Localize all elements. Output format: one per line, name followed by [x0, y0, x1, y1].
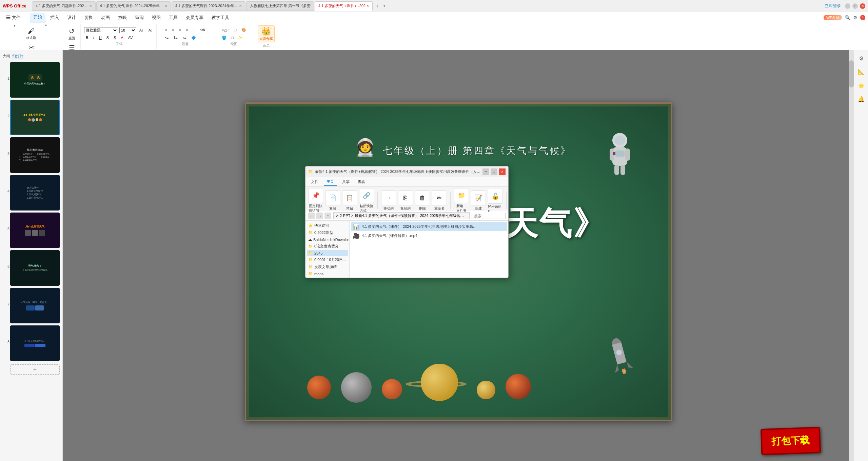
increase-font-button[interactable]: A↑: [138, 27, 145, 33]
tab-close-1[interactable]: ✕: [89, 4, 92, 8]
fe-tab-view[interactable]: 查看: [355, 178, 368, 186]
fe-pin-quick-button[interactable]: 📌: [308, 188, 323, 203]
fe-move-button[interactable]: →: [381, 191, 396, 205]
quick-styles-button[interactable]: 🎨: [240, 27, 248, 33]
right-sidebar-btn-2[interactable]: 📐: [856, 66, 867, 77]
bullet-button[interactable]: •≡: [163, 35, 170, 41]
font-size-select[interactable]: 18: [119, 27, 136, 33]
fe-new-folder-button[interactable]: 📁: [454, 188, 469, 203]
fe-sidebar-2022[interactable]: 📁 0.2022新型: [307, 229, 348, 236]
text-direction-button[interactable]: ⟲A: [198, 27, 207, 33]
scrollbar-thumb[interactable]: [849, 60, 854, 87]
fe-forward-button[interactable]: →: [316, 213, 323, 219]
shape-outline-button[interactable]: □: [230, 35, 235, 41]
font-family-select[interactable]: 微软雅黑: [84, 27, 118, 33]
numbering-button[interactable]: 1≡: [172, 35, 179, 41]
justify-button[interactable]: ≡: [184, 27, 190, 33]
slide-thumbnail-8[interactable]: 还可以运用其他方法...: [10, 325, 60, 361]
cut-button[interactable]: ✂ 剪切: [24, 42, 38, 50]
fe-maximize-button[interactable]: □: [491, 168, 497, 175]
fe-file-item-2[interactable]: 🎥 4.1 多变的天气（课件解答）.mp4: [351, 231, 507, 240]
new-slide-button[interactable]: ⬛ 新建幻灯片 ▾: [44, 23, 64, 26]
section-button[interactable]: ☰ 节 ▾: [65, 43, 78, 51]
fe-sidebar-fabiaowen[interactable]: 📁 发表文章加精: [307, 263, 348, 270]
line-spacing-button[interactable]: ↕≡: [181, 35, 188, 41]
align-center-button[interactable]: ≡: [170, 27, 176, 33]
layout-button[interactable]: ⊞ 版式 ▾: [65, 23, 78, 25]
fe-address-path[interactable]: ≻ 2-PPT > 最新4.1 多变的天气（课件+视频解答）-2024-2025…: [333, 212, 470, 219]
menu-teaching[interactable]: 教学工具: [208, 13, 233, 22]
slide-thumbnail-5[interactable]: 用什么形容天气: [10, 213, 60, 248]
fe-sidebar-0001[interactable]: 📁 0.0001-10月20日-3.4.5.6上.#: [307, 256, 348, 263]
wps-ai-button[interactable]: WPS AI: [824, 15, 842, 20]
align-left-button[interactable]: ≡: [163, 27, 169, 33]
title-tab-4[interactable]: 人教新版七上册第四章 第一节《多变... ✕: [246, 1, 314, 11]
menu-insert[interactable]: 插入: [47, 13, 62, 22]
right-sidebar-btn-4[interactable]: 🔔: [856, 94, 867, 104]
menu-view[interactable]: 视图: [149, 13, 164, 22]
shape-fill-button[interactable]: 🪣: [220, 35, 228, 41]
fe-rename-button[interactable]: ✏: [432, 191, 447, 205]
slide-thumbnail-3[interactable]: 核心素养目标 一、地理观念之一：知晓地球天气... 二、地图中的天气之一：知晓绿…: [10, 137, 60, 173]
shapes-button[interactable]: ○△□: [220, 27, 231, 33]
column-button[interactable]: ⫶: [191, 27, 197, 33]
menu-design[interactable]: 设计: [64, 13, 79, 22]
slide-thumbnail-6[interactable]: 天气概念： 一个地区短时间里的大气状况。: [10, 250, 60, 286]
menu-file[interactable]: ☰ 文件: [3, 13, 24, 22]
slide-thumbnail-1[interactable]: 说一说 昨天的天气怎么样？: [10, 62, 60, 98]
fe-copy-to-button[interactable]: ⎘: [398, 191, 413, 205]
fe-sidebar-xiace[interactable]: 📁 下册专著: [307, 277, 348, 278]
menu-review[interactable]: 审阅: [132, 13, 147, 22]
menu-tools[interactable]: 工具: [165, 13, 181, 22]
fe-new-button[interactable]: 📝: [471, 191, 486, 205]
title-tab-5[interactable]: 4.1 多变的天气（课件）-202 ×: [315, 1, 373, 11]
slide-thumbnail-4[interactable]: 史共达法一：1.分析天气状况2.天气对我们...3.其它天气对人: [10, 175, 60, 211]
align-right-button[interactable]: ≡: [177, 27, 183, 33]
fe-up-button[interactable]: ↑: [324, 213, 331, 219]
tab-close-2[interactable]: ✕: [165, 4, 167, 8]
fe-close-button[interactable]: ✕: [499, 168, 506, 175]
feedback-icon[interactable]: !: [860, 15, 865, 20]
minimize-button[interactable]: ─: [845, 3, 850, 9]
underline-button[interactable]: U: [97, 35, 103, 41]
fe-sidebar-quick-access[interactable]: ⭐ 快速访问: [307, 222, 348, 229]
fe-tab-file[interactable]: 文件: [308, 178, 321, 186]
shape-effect-button[interactable]: ✨: [236, 35, 244, 41]
title-tab-1[interactable]: 4.1 多变的天气 习题课件-202... ✕: [32, 1, 96, 11]
tab-close-3[interactable]: ✕: [239, 4, 242, 8]
paste-button[interactable]: 📋 粘贴 ▾: [6, 23, 23, 26]
add-slide-button[interactable]: +: [10, 364, 60, 375]
right-sidebar-btn-1[interactable]: ⚙: [856, 53, 867, 64]
copy-button[interactable]: 📄 复制: [24, 23, 38, 25]
fe-copy-button[interactable]: 📄: [325, 191, 340, 205]
reset-button[interactable]: ↺ 重置: [65, 26, 78, 42]
settings-icon[interactable]: ⚙: [853, 15, 857, 20]
fe-file-item-1[interactable]: 📊 4.1 多变的天气（课件）-2024-2025学年七年级地理上册同步实用高效…: [351, 222, 507, 231]
smartart-button[interactable]: 🔷: [190, 35, 198, 41]
download-badge[interactable]: 打包下载: [761, 427, 821, 455]
right-sidebar-btn-3[interactable]: ⭐: [856, 80, 867, 91]
member-button[interactable]: 👑 会员专享: [258, 25, 275, 42]
fe-minimize-button[interactable]: ─: [482, 168, 489, 175]
close-button[interactable]: ✕: [860, 3, 865, 9]
title-tab-2[interactable]: 4.1 多变的天气 课件·2024-2025学年... ✕: [96, 1, 171, 11]
shadow-button[interactable]: S: [112, 35, 118, 41]
slides-view-btn[interactable]: 幻灯片: [12, 54, 23, 59]
add-tab-button[interactable]: +: [373, 2, 381, 10]
maximize-button[interactable]: □: [852, 3, 858, 9]
outline-view-btn[interactable]: 大纲: [3, 54, 10, 59]
fe-tab-share[interactable]: 共享: [339, 178, 352, 186]
menu-vip[interactable]: 会员专享: [182, 13, 207, 22]
vertical-scrollbar[interactable]: [849, 50, 854, 461]
fe-sidebar-maps[interactable]: 📁 maps: [307, 270, 348, 277]
fe-sidebar-lunwen[interactable]: 📁 0论文发表费分: [307, 243, 348, 250]
login-button[interactable]: 立即登录: [825, 3, 841, 9]
menu-slideshow[interactable]: 放映: [115, 13, 130, 22]
fe-search-input[interactable]: [472, 213, 506, 219]
slide-thumbnail-2[interactable]: 4.1《多变的天气》: [10, 100, 60, 135]
title-tab-3[interactable]: 4.1 多变的天气课件 2023-2024学年... ✕: [172, 1, 245, 11]
fe-paste-shortcut-button[interactable]: 🔗: [359, 188, 374, 203]
fe-back-button[interactable]: ←: [308, 213, 315, 219]
fe-sidebar-2345[interactable]: 📁 2345: [307, 250, 348, 256]
arrange-button[interactable]: ⊟: [232, 27, 238, 33]
